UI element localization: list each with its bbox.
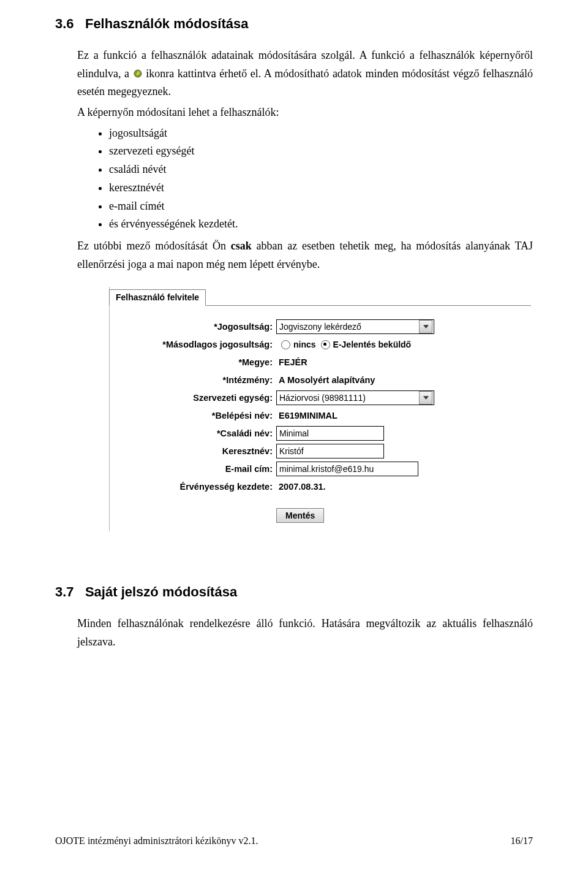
label-jogosultsag: *Jogosultság:	[116, 322, 276, 332]
row-kereszt: Keresztnév: Kristóf	[116, 443, 525, 459]
form-panel: Felhasználó felvitele *Jogosultság: Jogv…	[109, 287, 531, 531]
row-megye: *Megye: FEJÉR	[116, 354, 525, 370]
para-3-7-1: Minden felhasználónak rendelkezésre álló…	[77, 615, 533, 651]
label-ervenyesseg: Érvényesség kezdete:	[116, 482, 276, 492]
svg-marker-2	[423, 325, 429, 329]
heading-3-6: 3.6 Felhasználók módosítása	[55, 16, 533, 32]
para-3-6-3bold: csak	[231, 240, 252, 252]
para-3-6-1: Ez a funkció a felhasználók adatainak mó…	[77, 47, 533, 101]
row-masodlagos: *Másodlagos jogosultság: nincs E-Jelenté…	[116, 337, 525, 352]
input-email[interactable]: minimal.kristof@e619.hu	[276, 462, 418, 476]
radio-ejelentes[interactable]	[321, 340, 330, 349]
row-ervenyesseg: Érvényesség kezdete: 2007.08.31.	[116, 479, 525, 495]
save-button[interactable]: Mentés	[276, 508, 324, 523]
value-ervenyesseg: 2007.08.31.	[276, 482, 326, 492]
heading-3-7: 3.7 Saját jelszó módosítása	[55, 584, 533, 600]
footer-left: OJOTE intézményi adminisztrátori kézikön…	[55, 835, 258, 846]
value-belepesi: E619MINIMAL	[276, 411, 337, 420]
row-csaladi: *Családi név: Minimal	[116, 425, 525, 441]
para-3-6-3: Ez utóbbi mező módosítását Ön csak abban…	[77, 237, 533, 273]
select-jogosultsag-value: Jogviszony lekérdező	[279, 322, 419, 332]
input-csaladi[interactable]: Minimal	[276, 426, 384, 441]
label-belepesi: *Belépési név:	[116, 411, 276, 420]
row-szervezeti: Szervezeti egység: Háziorvosi (98981111)	[116, 390, 525, 406]
form-tab[interactable]: Felhasználó felvitele	[109, 289, 206, 306]
para-3-6-3a: Ez utóbbi mező módosítását Ön	[77, 240, 231, 252]
input-csaladi-value: Minimal	[279, 428, 309, 438]
row-jogosultsag: *Jogosultság: Jogviszony lekérdező	[116, 319, 525, 335]
chevron-down-icon[interactable]	[419, 320, 432, 333]
page: 3.6 Felhasználók módosítása Ez a funkció…	[0, 0, 588, 871]
form-tab-row: Felhasználó felvitele	[110, 287, 531, 306]
list-item: keresztnévét	[109, 179, 533, 197]
footer-right: 16/17	[511, 835, 533, 846]
chevron-down-icon[interactable]	[419, 391, 432, 405]
value-megye: FEJÉR	[276, 357, 307, 367]
list-item: családi névét	[109, 161, 533, 179]
list-item: e-mail címét	[109, 197, 533, 216]
list-item: szervezeti egységét	[109, 142, 533, 161]
value-intezmeny: A Mosolyért alapítvány	[276, 375, 375, 385]
input-email-value: minimal.kristof@e619.hu	[279, 464, 374, 474]
row-save: Mentés	[116, 508, 525, 523]
heading-title: Saját jelszó módosítása	[85, 584, 237, 599]
page-footer: OJOTE intézményi adminisztrátori kézikön…	[55, 835, 533, 846]
para-3-6-1b: ikonra kattintva érhető el. A módosíthat…	[77, 67, 533, 98]
label-szervezeti: Szervezeti egység:	[116, 393, 276, 403]
bullets-3-6: jogosultságát szervezeti egységét család…	[92, 124, 533, 234]
list-item: és érvényességének kezdetét.	[109, 215, 533, 234]
select-szervezeti[interactable]: Háziorvosi (98981111)	[276, 390, 434, 405]
radio-ejelentes-label: E-Jelentés beküldő	[333, 340, 412, 349]
heading-title: Felhasználók módosítása	[85, 16, 249, 31]
row-intezmeny: *Intézmény: A Mosolyért alapítvány	[116, 372, 525, 388]
edit-icon	[133, 66, 143, 76]
heading-number: 3.6	[55, 16, 74, 31]
label-kereszt: Keresztnév:	[116, 446, 276, 456]
svg-marker-3	[423, 397, 429, 400]
label-masodlagos: *Másodlagos jogosultság:	[116, 340, 276, 349]
form-body: *Jogosultság: Jogviszony lekérdező *Máso…	[110, 306, 531, 531]
para-3-6-2: A képernyőn módosítani lehet a felhaszná…	[77, 104, 533, 122]
heading-number: 3.7	[55, 584, 74, 599]
select-szervezeti-value: Háziorvosi (98981111)	[279, 393, 419, 403]
input-kereszt-value: Kristóf	[279, 446, 304, 456]
radio-nincs-label: nincs	[293, 340, 316, 349]
label-megye: *Megye:	[116, 357, 276, 367]
row-belepesi: *Belépési név: E619MINIMAL	[116, 408, 525, 424]
row-email: E-mail cím: minimal.kristof@e619.hu	[116, 461, 525, 477]
list-item: jogosultságát	[109, 124, 533, 143]
label-csaladi: *Családi név:	[116, 428, 276, 438]
radio-nincs[interactable]	[281, 340, 290, 349]
label-email: E-mail cím:	[116, 464, 276, 474]
input-kereszt[interactable]: Kristóf	[276, 444, 384, 458]
label-intezmeny: *Intézmény:	[116, 375, 276, 385]
select-jogosultsag[interactable]: Jogviszony lekérdező	[276, 319, 434, 334]
